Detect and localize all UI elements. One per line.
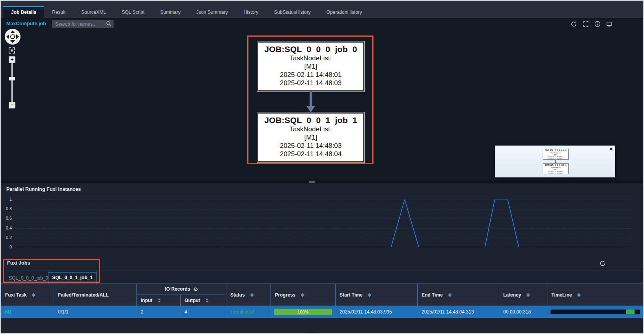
sort-icon[interactable] [448, 293, 452, 297]
tab-sql-script[interactable]: SQL Script [114, 6, 153, 18]
zoom-slider-handle[interactable] [9, 77, 15, 80]
y-tick-label: 0.8 [1, 206, 12, 212]
cell-timeline [547, 306, 644, 318]
horizontal-splitter [1, 181, 643, 183]
job-type-label: MaxCompute job [6, 21, 46, 26]
col-header-label: Output [185, 298, 200, 303]
col-header-label: TimeLine [551, 292, 572, 298]
pan-down-icon[interactable] [10, 40, 15, 43]
parallel-instances-chart-panel: Parallel Running Fuxi Instances 1 0.8 0.… [1, 183, 643, 256]
col-header-label: Status [230, 292, 245, 298]
tab-operationhistory[interactable]: OperationHistory [319, 6, 370, 18]
col-header-failed-terminated-all[interactable]: Failed/Terminated/ALL [54, 284, 137, 306]
col-header-timeline[interactable]: TimeLine [547, 284, 644, 306]
console-icon[interactable] [606, 21, 612, 27]
fit-to-screen-icon[interactable] [8, 47, 15, 56]
pan-up-icon[interactable] [10, 30, 15, 33]
main-tabbar: Job Details Result SourceXML SQL Script … [1, 1, 643, 19]
fuxi-task-table: Fuxi Task Failed/Terminated/ALL IO Recor… [1, 284, 644, 318]
y-tick-label: 0.4 [1, 226, 12, 231]
pan-center-icon[interactable] [10, 34, 15, 39]
cell-progress: 100% [271, 306, 336, 318]
fuxi-jobs-header: Fuxi Jobs [1, 256, 643, 271]
tab-job-details[interactable]: Job Details [3, 6, 44, 18]
cell-fuxi-task: M1 [1, 306, 54, 318]
pan-right-icon[interactable] [16, 34, 19, 39]
col-header-label: Input [141, 298, 152, 303]
zoom-slider-track[interactable] [11, 63, 13, 102]
minimap-node-line: 2025-02-11 14:48:03 [543, 158, 568, 160]
fuxi-job-tab-0[interactable]: SQL_0_0_0_job_0 [6, 274, 50, 282]
y-tick-label: 0.2 [1, 235, 12, 241]
sort-icon[interactable] [577, 293, 581, 297]
pan-left-icon[interactable] [6, 34, 9, 39]
sort-icon[interactable] [301, 293, 304, 297]
cell-end-time: 2025/02/11 14:48:04.313 [418, 306, 499, 318]
minimap-node-title: JOB:SQL_0_0_1_job_1 [543, 164, 568, 166]
cell-status: Terminated [226, 306, 271, 318]
refresh-icon[interactable] [599, 260, 606, 267]
info-icon[interactable] [594, 21, 601, 27]
gear-icon[interactable]: ⚙ [193, 286, 198, 292]
col-header-label: IO Records [165, 286, 190, 292]
dag-minimap[interactable]: JOB:SQL_0_0_0_job_0 TaskNodeList: [M1] 2… [495, 146, 615, 177]
search-icon [106, 21, 112, 26]
dag-node-subtitle: TaskNodeList: [258, 54, 363, 62]
close-icon[interactable]: × [609, 146, 613, 152]
sort-icon[interactable] [158, 299, 161, 302]
table-row[interactable]: M1 0/1/1 2 4 Terminated 100% 2025/02/11 … [1, 306, 644, 318]
col-header-output[interactable]: Output [181, 295, 226, 306]
col-header-label: Latency [503, 292, 521, 298]
fuxi-job-tab-1[interactable]: SQL_0_0_1_job_1 [48, 272, 97, 284]
y-tick-label: 0 [1, 244, 12, 250]
tab-json-summary[interactable]: Json Summary [189, 6, 236, 18]
col-header-fuxi-task[interactable]: Fuxi Task [1, 284, 54, 306]
search-input[interactable] [52, 20, 114, 28]
search-box [52, 20, 114, 28]
col-header-io-records[interactable]: IO Records⚙ [137, 284, 226, 295]
logview-app: Job Details Result SourceXML SQL Script … [0, 0, 644, 334]
dag-node-subtitle: TaskNodeList: [258, 125, 363, 133]
cell-input: 2 [137, 306, 181, 318]
dag-edge-arrowhead-icon [306, 106, 315, 112]
zoom-in-button[interactable]: + [9, 56, 15, 63]
col-header-end-time[interactable]: End Time [418, 284, 499, 306]
sort-icon[interactable] [526, 293, 530, 297]
y-tick-label: 1 [1, 197, 12, 202]
timeline-active-segment [626, 310, 635, 314]
tab-sourcexml[interactable]: SourceXML [73, 6, 114, 18]
pan-control[interactable] [5, 29, 21, 45]
dag-node-job1[interactable]: JOB:SQL_0_0_1_job_1 TaskNodeList: [M1] 2… [257, 112, 364, 162]
minimap-node-job0: JOB:SQL_0_0_0_job_0 TaskNodeList: [M1] 2… [543, 149, 569, 160]
fuxi-jobs-title: Fuxi Jobs [7, 260, 30, 266]
chart-line [15, 200, 632, 247]
fullscreen-icon[interactable] [582, 21, 589, 27]
tab-substatushistory[interactable]: SubStatusHistory [266, 6, 319, 18]
tab-history[interactable]: History [236, 6, 266, 18]
tab-summary[interactable]: Summary [152, 6, 188, 18]
col-header-status[interactable]: Status [226, 284, 271, 306]
dag-node-title: JOB:SQL_0_0_0_job_0 [258, 44, 363, 54]
dag-node-tasks: [M1] [258, 133, 363, 142]
splitter-grip[interactable] [309, 181, 315, 183]
dag-graph-panel: MaxCompute job + − JOB:SQL_0_0_0_ [1, 19, 643, 181]
zoom-out-button[interactable]: − [9, 102, 15, 108]
dag-node-job0[interactable]: JOB:SQL_0_0_0_job_0 TaskNodeList: [M1] 2… [257, 41, 364, 91]
tab-result[interactable]: Result [44, 6, 73, 18]
minimap-node-line: 2025-02-11 14:48:04 [543, 172, 568, 174]
sort-icon[interactable] [250, 293, 254, 297]
dag-node-end-time: 2025-02-11 14:48:03 [258, 79, 363, 87]
dag-edge [310, 91, 312, 106]
cell-start-time: 2025/02/11 14:48:03.995 [336, 306, 418, 318]
col-header-latency[interactable]: Latency [499, 284, 547, 306]
col-header-progress[interactable]: Progress [271, 284, 336, 306]
progress-label: 100% [297, 310, 308, 314]
sort-icon[interactable] [368, 293, 371, 297]
sort-icon[interactable] [32, 293, 35, 297]
sort-icon[interactable] [205, 299, 209, 302]
col-header-input[interactable]: Input [137, 295, 181, 306]
refresh-icon[interactable] [571, 21, 577, 27]
minimap-node-title: JOB:SQL_0_0_0_job_0 [543, 149, 568, 152]
col-header-start-time[interactable]: Start Time [336, 284, 418, 306]
minimap-node-job1: JOB:SQL_0_0_1_job_1 TaskNodeList: [M1] 2… [543, 163, 569, 174]
